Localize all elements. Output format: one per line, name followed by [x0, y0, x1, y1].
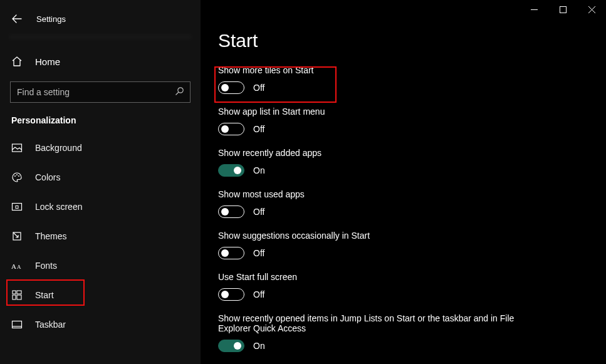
svg-rect-1 — [560, 6, 566, 13]
sidebar-item-label: Fonts — [35, 261, 57, 271]
svg-rect-6 — [13, 144, 22, 152]
sidebar-item-colors[interactable]: Colors — [0, 162, 201, 192]
svg-rect-11 — [16, 205, 18, 208]
picture-icon — [11, 142, 23, 153]
themes-icon — [11, 231, 23, 242]
svg-text:A: A — [17, 264, 21, 270]
sidebar-item-themes[interactable]: Themes — [0, 221, 201, 251]
svg-rect-18 — [17, 295, 21, 299]
main-panel: Start Show more tiles on StartOffShow ap… — [201, 0, 606, 364]
taskbar-icon — [11, 319, 23, 330]
setting-label: Use Start full screen — [218, 272, 606, 282]
window-title: Settings — [36, 14, 66, 24]
sidebar-item-label: Colors — [35, 172, 60, 182]
svg-rect-15 — [13, 291, 16, 294]
palette-icon — [11, 172, 23, 183]
svg-point-9 — [18, 175, 19, 177]
sidebar: Settings Home Personalization Background… — [0, 0, 201, 364]
setting-label: Show most used apps — [218, 189, 606, 199]
setting-label: Show app list in Start menu — [218, 107, 606, 117]
blurred-region — [9, 35, 192, 39]
window-controls — [520, 0, 606, 19]
setting-label: Show suggestions occasionally in Start — [218, 231, 606, 241]
toggle-switch[interactable] — [218, 164, 244, 177]
toggle-switch[interactable] — [218, 81, 244, 94]
svg-point-4 — [178, 88, 183, 93]
setting-row: Show recently opened items in Jump Lists… — [218, 313, 606, 352]
sidebar-item-background[interactable]: Background — [0, 133, 201, 162]
toggle-state-text: Off — [253, 289, 264, 299]
search-icon — [174, 86, 184, 98]
toggle-state-text: Off — [253, 83, 264, 93]
setting-row: Show app list in Start menuOff — [218, 107, 606, 135]
toggle-switch[interactable] — [218, 288, 244, 301]
toggle-switch[interactable] — [218, 247, 244, 259]
svg-rect-17 — [13, 295, 16, 299]
page-title: Start — [218, 30, 606, 51]
sidebar-nav: Background Colors Lock screen Themes AA … — [0, 133, 201, 339]
setting-label: Show more tiles on Start — [218, 65, 606, 75]
toggle-state-text: On — [253, 341, 265, 351]
toggle-switch[interactable] — [218, 123, 244, 135]
home-icon — [11, 56, 23, 67]
sidebar-item-label: Themes — [35, 231, 67, 241]
toggle-state-text: Off — [253, 124, 264, 134]
sidebar-item-lock-screen[interactable]: Lock screen — [0, 192, 201, 221]
sidebar-item-label: Background — [35, 143, 82, 153]
sidebar-home[interactable]: Home — [0, 48, 201, 75]
sidebar-item-taskbar[interactable]: Taskbar — [0, 309, 201, 339]
svg-rect-19 — [13, 321, 22, 328]
back-arrow-icon — [11, 13, 23, 24]
sidebar-item-label: Taskbar — [35, 320, 66, 330]
toggle-switch[interactable] — [218, 340, 244, 352]
svg-rect-10 — [13, 203, 22, 210]
start-icon — [11, 289, 23, 301]
sidebar-item-start[interactable]: Start — [0, 280, 201, 309]
toggle-state-text: Off — [253, 248, 264, 258]
setting-row: Use Start full screenOff — [218, 272, 606, 301]
toggle-state-text: On — [253, 165, 265, 175]
fonts-icon: AA — [11, 260, 23, 271]
svg-point-7 — [14, 175, 16, 177]
sidebar-item-label: Lock screen — [35, 202, 82, 212]
sidebar-item-label: Start — [35, 290, 54, 300]
lock-screen-icon — [11, 201, 23, 212]
back-row[interactable]: Settings — [0, 5, 201, 33]
setting-row: Show most used appsOff — [218, 189, 606, 218]
sidebar-category: Personalization — [11, 115, 201, 125]
close-button[interactable] — [577, 0, 606, 19]
setting-row: Show suggestions occasionally in StartOf… — [218, 231, 606, 259]
toggle-switch[interactable] — [218, 205, 244, 218]
minimize-button[interactable] — [520, 0, 548, 19]
search-wrap — [10, 81, 191, 103]
search-input[interactable] — [10, 81, 191, 103]
svg-point-8 — [16, 174, 18, 175]
sidebar-home-label: Home — [35, 56, 60, 67]
svg-rect-16 — [17, 291, 21, 294]
svg-text:A: A — [11, 263, 16, 270]
svg-line-5 — [176, 92, 179, 95]
setting-row: Show more tiles on StartOff — [218, 65, 606, 94]
setting-label: Show recently added apps — [218, 148, 606, 158]
toggle-state-text: Off — [253, 207, 264, 217]
setting-row: Show recently added appsOn — [218, 148, 606, 177]
maximize-button[interactable] — [548, 0, 577, 19]
sidebar-item-fonts[interactable]: AA Fonts — [0, 251, 201, 280]
setting-label: Show recently opened items in Jump Lists… — [218, 313, 519, 333]
